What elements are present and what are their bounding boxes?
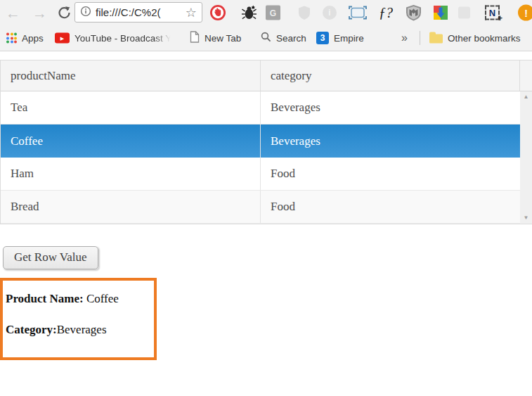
bookmark-apps[interactable]: Apps	[6, 33, 44, 44]
folder-icon	[429, 34, 443, 44]
cell-product[interactable]: Bread	[1, 191, 261, 223]
table-scrollbar[interactable]: ▲ ▼	[520, 91, 532, 224]
result-box: Product Name: Coffee Category:Beverages	[0, 278, 157, 360]
scroll-up-icon[interactable]: ▲	[524, 94, 529, 100]
shield-disabled-icon[interactable]	[297, 6, 311, 20]
table-row-ham[interactable]: Ham Food	[1, 158, 521, 191]
mcafee-shield-icon[interactable]	[406, 4, 422, 21]
plus-glyph: +	[498, 13, 502, 23]
bookmark-label: Empire	[334, 33, 364, 44]
circle-disabled-icon[interactable]: i	[323, 6, 337, 20]
category-label: Category:	[6, 323, 57, 336]
refresh-icon[interactable]	[57, 6, 72, 20]
bookmark-empire[interactable]: 3 Empire	[316, 32, 364, 44]
extension-disabled-icon[interactable]	[458, 7, 470, 19]
address-bar[interactable]: file:///C:/C%2( ☆	[74, 2, 202, 23]
bug-icon[interactable]	[241, 5, 257, 21]
get-row-value-button[interactable]: Get Row Value	[3, 246, 98, 269]
adblock-icon[interactable]	[209, 4, 226, 21]
screen-capture-icon[interactable]	[349, 6, 367, 20]
other-bookmarks-button[interactable]: Other bookmarks	[429, 33, 521, 44]
youtube-icon: ▶	[55, 33, 70, 44]
page-icon	[190, 31, 200, 45]
nimbus-capture-icon[interactable]: N +	[485, 6, 500, 20]
download-arrow-icon[interactable]	[433, 5, 448, 20]
forward-icon[interactable]: →	[32, 6, 47, 20]
table-row-coffee-selected[interactable]: Coffee Beverages	[1, 124, 521, 158]
cell-category[interactable]: Food	[261, 191, 520, 223]
result-product-line: Product Name: Coffee	[6, 292, 151, 306]
page-content: productName category Tea Beverages Coffe…	[0, 60, 532, 360]
table-header-row: productName category	[1, 60, 532, 91]
cell-product[interactable]: Ham	[1, 158, 261, 190]
empire-favicon: 3	[316, 32, 329, 44]
cell-product[interactable]: Coffee	[1, 124, 261, 158]
bookmark-label: Search	[276, 33, 306, 44]
bookmark-star-icon[interactable]: ☆	[186, 6, 197, 19]
url-text: file:///C:/C%2(	[96, 6, 181, 18]
page-info-icon[interactable]	[80, 6, 91, 20]
n-letter: N	[489, 8, 495, 18]
cell-category[interactable]: Beverages	[261, 124, 520, 158]
function-helper-icon[interactable]: ƒ?	[379, 5, 393, 21]
browser-toolbar: ← → file:///C:/C%2( ☆	[0, 0, 532, 25]
search-icon	[261, 32, 271, 44]
table-row-bread[interactable]: Bread Food	[1, 191, 521, 224]
category-value: Beverages	[57, 323, 107, 336]
cell-category[interactable]: Food	[261, 158, 520, 190]
bookmark-label: Apps	[22, 33, 44, 44]
bookmarks-bar: Apps ▶ YouTube - Broadcast Y New Tab Sea…	[0, 25, 532, 51]
result-category-line: Category:Beverages	[6, 323, 151, 337]
apps-grid-icon	[6, 33, 17, 44]
product-name-value: Coffee	[84, 292, 119, 305]
g-extension-icon[interactable]: G	[266, 6, 280, 20]
column-header-productname[interactable]: productName	[1, 60, 261, 91]
column-header-category[interactable]: category	[261, 60, 520, 91]
bookmark-label: New Tab	[205, 33, 241, 44]
products-table: productName category Tea Beverages Coffe…	[0, 60, 532, 224]
table-body: Tea Beverages Coffee Beverages Ham Food …	[1, 91, 532, 224]
bookmark-label: YouTube - Broadcast Y	[74, 33, 171, 44]
bookmark-label: Other bookmarks	[448, 33, 521, 44]
bookmark-youtube[interactable]: ▶ YouTube - Broadcast Y	[55, 33, 171, 44]
header-scrollbar-gap	[520, 60, 532, 91]
table-row-tea[interactable]: Tea Beverages	[1, 91, 521, 124]
bookmarks-overflow-icon[interactable]: »	[401, 32, 408, 44]
bookmark-search[interactable]: Search	[261, 32, 306, 44]
cell-product[interactable]: Tea	[1, 91, 261, 124]
bookmarks-divider	[420, 31, 420, 45]
back-icon[interactable]: ←	[6, 6, 20, 20]
scroll-down-icon[interactable]: ▼	[524, 215, 529, 221]
profile-alert-icon[interactable]: !	[518, 5, 532, 21]
bookmark-new-tab[interactable]: New Tab	[190, 31, 241, 45]
product-name-label: Product Name:	[6, 292, 84, 305]
cell-category[interactable]: Beverages	[261, 91, 520, 124]
